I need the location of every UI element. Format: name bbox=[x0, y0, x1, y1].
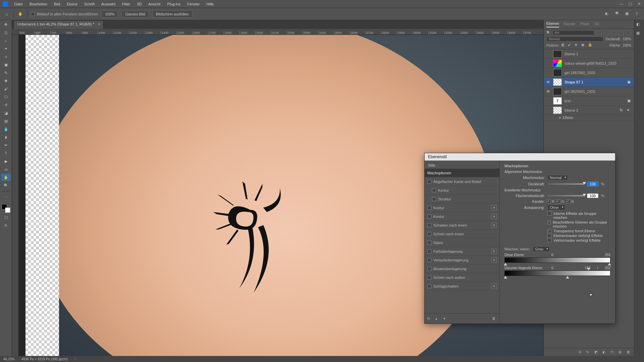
fit-screen-button[interactable]: Ganzes Bild bbox=[121, 10, 149, 18]
tab-paths[interactable]: Pfade bbox=[580, 22, 590, 27]
chk-trans[interactable] bbox=[547, 229, 551, 233]
brush-tool[interactable]: 🖌 bbox=[1, 85, 11, 93]
opacity-input[interactable] bbox=[587, 182, 598, 186]
share-icon[interactable]: ⇪ bbox=[635, 11, 641, 17]
style-item[interactable]: Struktur bbox=[425, 195, 499, 203]
shape-tool[interactable]: ▭ bbox=[1, 166, 11, 173]
style-up-icon[interactable]: ▴ bbox=[435, 316, 440, 321]
style-item[interactable]: Schein nach innen bbox=[425, 230, 499, 238]
style-checkbox[interactable] bbox=[427, 267, 431, 271]
add-effect-button[interactable]: + bbox=[491, 257, 497, 263]
visibility-toggle[interactable]: 👁 bbox=[546, 89, 550, 94]
style-item[interactable]: Abgeflachte Kante und Relief bbox=[425, 177, 499, 186]
opacity-value[interactable]: 100% bbox=[623, 37, 631, 41]
blur-tool[interactable]: 💧 bbox=[1, 125, 11, 133]
new-group-icon[interactable]: 🗀 bbox=[610, 350, 615, 355]
filter-type-icon[interactable] bbox=[611, 31, 616, 35]
maximize-button[interactable]: ▢ bbox=[628, 2, 633, 6]
menu-file[interactable]: Datei bbox=[11, 1, 25, 7]
frame-tool[interactable]: ▣ bbox=[1, 61, 11, 68]
trash-icon[interactable]: 🗑 bbox=[492, 316, 497, 321]
fillop-input[interactable] bbox=[587, 193, 598, 198]
layer-row[interactable]: Ebene 2fx▾ bbox=[544, 106, 634, 115]
zoom-100-button[interactable]: 100% bbox=[101, 10, 118, 18]
layer-row[interactable]: Ttext▣ bbox=[544, 96, 634, 106]
style-item[interactable]: Farbüberlagerung+ bbox=[425, 247, 499, 256]
quickmask-button[interactable]: ▢ bbox=[1, 214, 11, 221]
delete-layer-icon[interactable]: 🗑 bbox=[627, 350, 631, 355]
filter-adjust-icon[interactable] bbox=[604, 31, 609, 35]
menu-edit[interactable]: Bearbeiten bbox=[27, 1, 50, 7]
filter-kind-select[interactable]: Art bbox=[552, 30, 594, 35]
crop-tool[interactable]: ⌗ bbox=[1, 53, 11, 60]
add-effect-button[interactable]: + bbox=[491, 214, 497, 219]
eraser-tool[interactable]: ◪ bbox=[1, 109, 11, 117]
layer-row[interactable]: colour-wheel-g69f78d013_1920 bbox=[544, 59, 634, 68]
style-checkbox[interactable] bbox=[427, 258, 431, 262]
status-zoom[interactable]: 46,23% bbox=[3, 357, 15, 361]
style-item[interactable]: Schatten nach innen+ bbox=[425, 221, 499, 230]
menu-view[interactable]: Ansicht bbox=[146, 1, 163, 7]
knockout-select[interactable]: Ohne bbox=[547, 205, 565, 210]
gradient-tool[interactable]: ▤ bbox=[1, 117, 11, 125]
layer-effects-row[interactable]: ▾ Effekte bbox=[544, 115, 634, 121]
dialog-titlebar[interactable]: Ebenenstil bbox=[425, 153, 615, 161]
channel-r-checkbox[interactable] bbox=[547, 199, 551, 203]
under-layer-slider[interactable] bbox=[504, 270, 610, 276]
menu-plugins[interactable]: Plug-ins bbox=[164, 1, 183, 7]
style-checkbox[interactable] bbox=[427, 241, 431, 245]
status-chevron-icon[interactable]: 〉 bbox=[74, 357, 78, 361]
move-tool[interactable]: ✥ bbox=[1, 21, 11, 28]
fillop-slider[interactable] bbox=[547, 195, 584, 196]
hand-tool[interactable]: ✋ bbox=[1, 174, 11, 181]
lock-image-icon[interactable]: 🖌 bbox=[568, 43, 573, 48]
blendmode-select[interactable]: Normal bbox=[547, 175, 568, 180]
screenmode-button[interactable]: ⎘ bbox=[1, 222, 11, 229]
workspace-icon[interactable]: ▦ bbox=[625, 11, 631, 17]
chevron-down-icon[interactable]: ▾ bbox=[627, 108, 632, 113]
style-item[interactable]: Verlaufsüberlagerung+ bbox=[425, 256, 499, 264]
chk-inner[interactable] bbox=[547, 212, 551, 216]
lock-position-icon[interactable]: ✥ bbox=[575, 43, 579, 48]
swatches-panel-icon[interactable]: ▦ bbox=[636, 31, 642, 37]
lasso-tool[interactable]: ⌕ bbox=[1, 37, 11, 44]
menu-help[interactable]: Hilfe bbox=[204, 1, 216, 7]
style-checkbox[interactable] bbox=[427, 223, 431, 227]
style-checkbox[interactable] bbox=[427, 232, 431, 236]
style-checkbox[interactable] bbox=[427, 215, 431, 219]
search-icon[interactable]: 🔍 bbox=[615, 11, 621, 17]
add-effect-button[interactable]: + bbox=[491, 249, 497, 254]
stamp-tool[interactable]: ⎔ bbox=[1, 93, 11, 101]
style-checkbox[interactable] bbox=[432, 197, 436, 201]
style-checkbox[interactable] bbox=[427, 249, 431, 253]
visibility-toggle[interactable]: 👁 bbox=[546, 80, 550, 84]
layer-fx-icon[interactable]: fx bbox=[586, 350, 591, 355]
dodge-tool[interactable]: ◗ bbox=[1, 133, 11, 141]
chk-lmask[interactable] bbox=[547, 234, 551, 238]
pen-tool[interactable]: ✒ bbox=[1, 141, 11, 149]
adjustment-layer-icon[interactable]: ◐ bbox=[602, 350, 607, 355]
tab-layers[interactable]: Ebenen bbox=[546, 21, 559, 27]
link-layers-icon[interactable]: ⯐ bbox=[578, 350, 583, 355]
style-item[interactable]: Glanz bbox=[425, 238, 499, 247]
filter-pixel-icon[interactable] bbox=[596, 31, 602, 35]
channel-g-checkbox[interactable] bbox=[556, 199, 560, 203]
zoom-tool[interactable]: 🔍 bbox=[1, 182, 11, 189]
history-brush-tool[interactable]: ↺ bbox=[1, 101, 11, 109]
fx-menu-icon[interactable]: fx bbox=[427, 316, 432, 321]
close-button[interactable]: ✕ bbox=[637, 2, 641, 6]
style-item[interactable]: Schein nach außen bbox=[425, 273, 499, 282]
path-select-tool[interactable]: ▶ bbox=[1, 158, 11, 165]
chk-clipped[interactable] bbox=[547, 220, 551, 224]
style-item[interactable]: Kontur bbox=[425, 186, 499, 195]
style-checkbox[interactable] bbox=[427, 284, 431, 288]
menu-image[interactable]: Bild bbox=[51, 1, 63, 7]
lock-pixels-icon[interactable]: ▦ bbox=[561, 43, 566, 48]
edit-toolbar-button[interactable]: ⋯ bbox=[1, 193, 11, 201]
style-item[interactable]: Schlagschatten+ bbox=[425, 282, 499, 291]
style-checkbox[interactable] bbox=[427, 206, 431, 210]
color-swatches[interactable] bbox=[2, 204, 10, 213]
close-icon[interactable]: × bbox=[98, 22, 100, 26]
style-checkbox[interactable] bbox=[427, 180, 431, 184]
chk-vmask[interactable] bbox=[547, 238, 551, 242]
